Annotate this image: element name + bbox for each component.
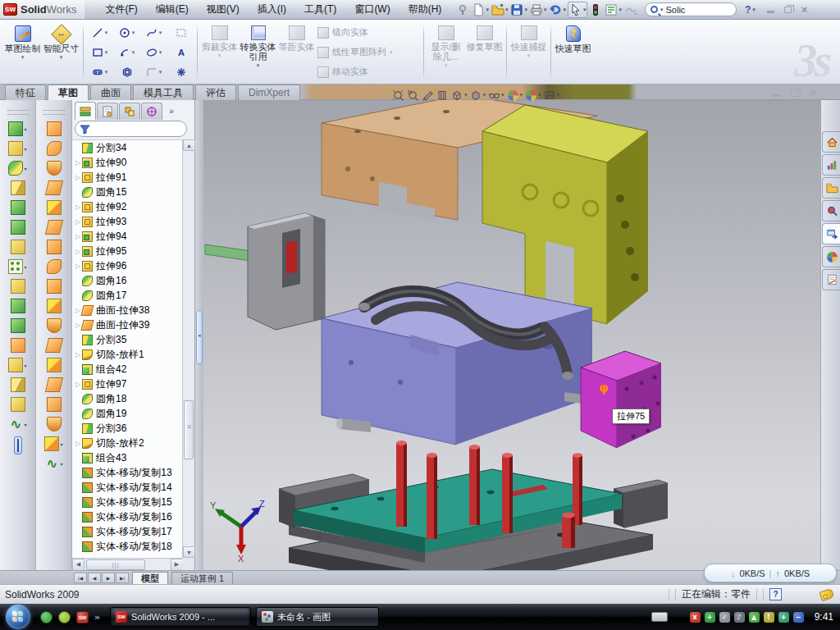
slot-tool[interactable]: ▾ xyxy=(86,62,113,82)
text-tool[interactable]: A xyxy=(167,43,194,62)
undo-icon[interactable]: ▾ xyxy=(548,2,567,18)
menu-item[interactable]: 工具(T) xyxy=(295,0,345,19)
chevron-down-icon[interactable]: ▾ xyxy=(105,49,108,56)
quick-snaps-button[interactable]: 快速捕捉▾ xyxy=(509,22,548,82)
chevron-down-icon[interactable]: ▾ xyxy=(24,363,26,368)
convert-entities-button[interactable]: 转换实体引用▾ xyxy=(239,22,277,82)
horizontal-scroll-thumb[interactable]: ||| xyxy=(86,559,145,570)
panel-tab-featuremanager[interactable] xyxy=(75,102,96,120)
last-tab-button[interactable]: ▶| xyxy=(116,573,129,583)
tree-item[interactable]: ▷拉伸97 xyxy=(72,377,182,391)
surface-tool-helix-spiral-2[interactable]: ∿▾ xyxy=(44,456,62,471)
arc-tool[interactable]: ▾ xyxy=(113,43,140,62)
chevron-down-icon[interactable]: ▾ xyxy=(132,30,135,36)
tree-item[interactable]: ▷拉伸91 xyxy=(72,170,182,185)
tray-volume-icon[interactable]: ♪ xyxy=(734,612,745,623)
select-cursor-icon[interactable]: ▾ xyxy=(568,2,588,18)
tab-草图[interactable]: 草图 xyxy=(48,84,89,100)
quicklaunch-overflow-icon[interactable]: » xyxy=(94,612,100,623)
chevron-down-icon[interactable]: ▾ xyxy=(218,52,221,59)
chevron-down-icon[interactable]: ▾ xyxy=(24,126,26,132)
search-input[interactable]: ▾ Solic xyxy=(645,2,737,16)
feature-tool-wrap[interactable] xyxy=(11,240,25,254)
chevron-down-icon[interactable]: ▾ xyxy=(159,69,162,75)
chevron-down-icon[interactable]: ▾ xyxy=(24,264,26,270)
tree-item[interactable]: 实体-移动/复制14 xyxy=(72,480,182,495)
zoom-area-icon[interactable] xyxy=(407,89,419,102)
tray-network-warning-icon[interactable]: ! xyxy=(764,612,774,623)
linear-sketch-pattern-button[interactable]: 线性草图阵列▾ xyxy=(316,43,421,62)
model-viewport[interactable]: φ xyxy=(203,100,820,570)
expand-arrow-icon[interactable]: ▷ xyxy=(74,203,82,211)
tab-DimXpert[interactable]: DimXpert xyxy=(238,84,300,100)
surface-tool-offset-surface[interactable] xyxy=(47,220,62,235)
tree-item[interactable]: ▷拉伸93 xyxy=(72,214,182,229)
prev-tab-button[interactable]: ◀ xyxy=(88,573,101,583)
expand-arrow-icon[interactable]: ▷ xyxy=(74,174,82,181)
chevron-down-icon[interactable]: ▾ xyxy=(483,92,486,98)
start-button[interactable] xyxy=(6,605,30,629)
temporary-axes-icon[interactable] xyxy=(436,89,449,102)
tree-item[interactable]: 实体-移动/复制13 xyxy=(72,465,182,480)
chevron-down-icon[interactable]: ▾ xyxy=(524,7,527,13)
save-icon[interactable]: ▾ xyxy=(509,2,528,18)
tree-item[interactable]: 分割34 xyxy=(72,140,182,155)
chevron-down-icon[interactable]: ▾ xyxy=(619,7,622,13)
tray-green-utility-icon[interactable]: ▲ xyxy=(749,612,760,623)
tree-item[interactable]: 圆角17 xyxy=(72,288,182,303)
surface-tool-untrim-surface[interactable] xyxy=(47,377,62,392)
close-button[interactable]: × xyxy=(801,5,808,15)
pushpin-icon[interactable] xyxy=(455,2,470,18)
graphics-viewport[interactable]: φ 拉伸75 Y Z X xyxy=(203,100,820,570)
chevron-down-icon[interactable]: ▾ xyxy=(24,422,26,427)
chevron-down-icon[interactable]: ▾ xyxy=(583,7,587,13)
tray-health-monitor-icon[interactable]: + xyxy=(778,612,789,623)
trim-entities-button[interactable]: 剪裁实体▾ xyxy=(200,22,239,82)
chevron-down-icon[interactable]: ▾ xyxy=(105,30,108,36)
quicklaunch-solidworks-icon[interactable]: SW xyxy=(76,611,89,623)
tray-scan-complete-icon[interactable]: ✓ xyxy=(719,612,730,623)
help-chevron-icon[interactable]: ▾ xyxy=(752,7,756,13)
surface-tool-freeform[interactable] xyxy=(47,259,62,274)
scroll-up-button[interactable]: ▲ xyxy=(183,139,195,151)
feature-tool-linear-pattern[interactable]: ▾ xyxy=(8,259,26,274)
surface-tool-filled-surface[interactable] xyxy=(47,279,62,294)
grayed-tool-icon[interactable] xyxy=(623,2,638,18)
view-orientation-icon[interactable]: ▾ xyxy=(451,89,468,102)
display-delete-relations-button[interactable]: 显示/删除几...▾ xyxy=(427,22,465,82)
tree-item[interactable]: 组合42 xyxy=(72,362,182,377)
chevron-down-icon[interactable]: ▾ xyxy=(21,54,25,61)
circle-tool[interactable]: ▾ xyxy=(113,23,140,43)
feature-tool-combine[interactable] xyxy=(11,318,25,333)
chevron-down-icon[interactable]: ▾ xyxy=(527,52,531,59)
feature-tool-fillet[interactable]: ▾ xyxy=(8,161,26,176)
selection-box-tool[interactable] xyxy=(167,23,194,43)
feature-tool-rib[interactable] xyxy=(11,279,25,294)
tree-item[interactable]: 圆角19 xyxy=(72,406,182,421)
splitter-handle[interactable] xyxy=(196,310,203,364)
input-language-keyboard-icon[interactable] xyxy=(651,612,668,622)
tree-item[interactable]: ▷切除-放样1 xyxy=(72,347,182,362)
tree-item[interactable]: 组合43 xyxy=(72,450,182,465)
move-entities-button[interactable]: 移动实体 xyxy=(316,63,421,81)
restore-button[interactable] xyxy=(784,7,792,13)
surface-tool-boundary-surface[interactable] xyxy=(47,200,62,215)
tree-item[interactable]: 实体-移动/复制15 xyxy=(72,495,182,509)
feature-tool-extruded-boss[interactable]: ▾ xyxy=(8,141,26,156)
sketch-button[interactable]: 草图绘制▾ xyxy=(3,22,42,82)
scroll-right-button[interactable]: ▶ xyxy=(171,559,183,571)
tray-sync-paused-icon[interactable]: − xyxy=(793,612,804,623)
tree-item[interactable]: 实体-移动/复制16 xyxy=(72,509,182,524)
surface-tool-thicken[interactable] xyxy=(47,417,62,431)
expand-arrow-icon[interactable]: ▷ xyxy=(74,159,82,167)
polygon-tool[interactable] xyxy=(113,62,140,82)
chevron-down-icon[interactable]: ▾ xyxy=(159,30,162,36)
menu-item[interactable]: 窗口(W) xyxy=(345,0,399,19)
feature-tool-move-copy-body[interactable] xyxy=(11,338,25,353)
point-tool[interactable] xyxy=(167,62,194,82)
chevron-down-icon[interactable]: ▾ xyxy=(60,441,62,447)
chevron-down-icon[interactable]: ▾ xyxy=(505,7,509,13)
first-tab-button[interactable]: |◀ xyxy=(74,573,87,583)
tree-item[interactable]: ▷曲面-拉伸38 xyxy=(72,303,182,317)
tree-vertical-scrollbar[interactable]: ▲ ▼ xyxy=(182,139,194,558)
